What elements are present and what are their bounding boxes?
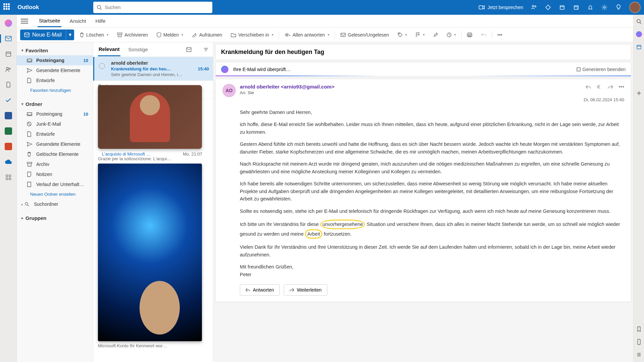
folders-header[interactable]: ▾Ordner bbox=[17, 99, 93, 109]
forward-button[interactable]: Weiterleiten bbox=[284, 284, 327, 296]
calendar-peek-icon[interactable] bbox=[636, 44, 642, 50]
meet-now-label: Jetzt besprechen bbox=[487, 5, 523, 10]
reply-all-icon[interactable] bbox=[596, 84, 602, 89]
checking-label: Ihre E-Mail wird überprüft… bbox=[233, 67, 290, 72]
rail-mail-icon[interactable] bbox=[3, 33, 14, 44]
add-favorite-link[interactable]: Favoriten hinzufügen bbox=[17, 85, 93, 95]
attachment-preview-overlay[interactable] bbox=[98, 164, 202, 341]
folder-sent-fav[interactable]: Gesendete Elemente bbox=[17, 65, 93, 75]
rail-powerpoint-icon[interactable] bbox=[3, 141, 14, 152]
svg-rect-11 bbox=[5, 36, 11, 41]
rail-more-apps-icon[interactable] bbox=[3, 172, 14, 183]
new-folder-link[interactable]: Neuen Ordner erstellen bbox=[17, 189, 93, 199]
reply-button[interactable]: Antworten bbox=[240, 284, 280, 296]
folder-inbox-fav[interactable]: Posteingang10 bbox=[17, 55, 93, 65]
rail-excel-icon[interactable] bbox=[3, 125, 14, 137]
tab-other[interactable]: Sonstige bbox=[128, 43, 149, 56]
flag-button[interactable]: ▾ bbox=[412, 30, 428, 40]
svg-rect-7 bbox=[574, 6, 578, 9]
reply-all-button[interactable]: Allen antworten▾ bbox=[281, 30, 333, 40]
svg-point-38 bbox=[637, 19, 640, 23]
gear-icon[interactable] bbox=[601, 4, 608, 11]
tab-home[interactable]: Startseite bbox=[38, 15, 61, 27]
report-button[interactable]: Melden▾ bbox=[153, 30, 186, 40]
search-box[interactable] bbox=[93, 2, 212, 13]
rail-home-icon[interactable] bbox=[3, 17, 14, 29]
print-button[interactable] bbox=[464, 31, 476, 39]
undo-button[interactable] bbox=[478, 31, 490, 39]
toolbar-separator bbox=[279, 31, 279, 39]
more-actions-icon[interactable]: ••• bbox=[619, 84, 624, 90]
search-icon[interactable] bbox=[636, 18, 642, 25]
read-unread-button[interactable]: Gelesen/Ungelesen bbox=[337, 30, 392, 40]
folder-junk[interactable]: Junk-E-Mail bbox=[17, 119, 93, 129]
folder-archive[interactable]: Archiv bbox=[17, 159, 93, 169]
rail-todo-icon[interactable] bbox=[3, 95, 14, 106]
teams-icon[interactable] bbox=[531, 4, 537, 11]
search-input[interactable] bbox=[105, 5, 209, 10]
filter-icon[interactable] bbox=[204, 48, 208, 52]
checklist-icon[interactable] bbox=[636, 351, 642, 358]
tab-focused[interactable]: Relevant bbox=[98, 43, 120, 56]
sender-name[interactable]: arnold oberleiter <arnio93@gmail.com> bbox=[240, 84, 334, 89]
folder-search[interactable]: ▸Suchordner bbox=[17, 199, 93, 209]
app-launcher-icon[interactable] bbox=[3, 3, 11, 11]
pin-button[interactable] bbox=[430, 31, 441, 39]
sent-icon bbox=[27, 68, 33, 73]
shield-icon bbox=[157, 32, 161, 38]
rail-plus-icon[interactable] bbox=[636, 90, 642, 97]
message-item-1[interactable]: arnold oberleiter Krankmeldung für den h… bbox=[93, 57, 213, 81]
phone-icon[interactable] bbox=[636, 339, 642, 345]
rail-files-icon[interactable] bbox=[3, 79, 14, 90]
account-avatar[interactable] bbox=[629, 2, 641, 13]
svg-point-23 bbox=[399, 34, 399, 34]
tag-button[interactable]: ▾ bbox=[394, 31, 410, 39]
bookmark-icon[interactable] bbox=[636, 326, 642, 333]
meet-now-button[interactable]: Jetzt besprechen bbox=[479, 5, 523, 10]
sender-avatar[interactable]: AO bbox=[222, 84, 236, 97]
svg-rect-20 bbox=[24, 33, 29, 37]
junk-icon bbox=[27, 122, 33, 126]
my-day-icon[interactable] bbox=[573, 4, 580, 11]
calendar-day-icon[interactable] bbox=[559, 4, 566, 11]
tab-help[interactable]: Hilfe bbox=[94, 15, 107, 26]
folder-inbox[interactable]: Posteingang10 bbox=[17, 109, 93, 119]
folder-notes[interactable]: Notizen bbox=[17, 169, 93, 179]
snooze-button[interactable]: ▾ bbox=[443, 31, 459, 39]
svg-point-0 bbox=[97, 5, 101, 9]
archive-button[interactable]: Archivieren bbox=[114, 30, 151, 40]
move-to-button[interactable]: Verschieben in▾ bbox=[227, 30, 277, 40]
tab-view[interactable]: Ansicht bbox=[68, 15, 87, 26]
rail-people-icon[interactable] bbox=[3, 64, 14, 75]
groups-header[interactable]: ▸Gruppen bbox=[17, 213, 93, 223]
favorites-header[interactable]: ▾Favoriten bbox=[17, 46, 93, 55]
lightbulb-icon[interactable] bbox=[615, 4, 622, 11]
new-mail-button[interactable]: Neue E-Mail ▾ bbox=[20, 29, 74, 40]
folder-history[interactable]: Verlauf der Unterhalt… bbox=[17, 179, 93, 189]
pip-video-overlay[interactable] bbox=[98, 85, 202, 149]
rail-calendar-icon[interactable] bbox=[3, 48, 14, 60]
app-brand: Outlook bbox=[17, 4, 39, 11]
folder-drafts[interactable]: Entwürfe bbox=[17, 129, 93, 139]
folder-drafts-fav[interactable]: Entwürfe bbox=[17, 75, 93, 85]
copilot-icon[interactable] bbox=[636, 31, 642, 38]
message-list: Relevant Sonstige arnold oberleiter Kran… bbox=[93, 42, 213, 362]
rail-onedrive-icon[interactable] bbox=[3, 156, 14, 168]
folder-deleted[interactable]: Gelöschte Elemente bbox=[17, 149, 93, 159]
select-all-icon[interactable] bbox=[186, 47, 192, 52]
delete-button[interactable]: Löschen▾ bbox=[76, 30, 112, 40]
folder-sent[interactable]: Gesendete Elemente bbox=[17, 139, 93, 149]
undo-icon bbox=[481, 33, 486, 37]
more-button[interactable]: ••• bbox=[494, 30, 506, 40]
new-mail-caret[interactable]: ▾ bbox=[66, 29, 74, 40]
hamburger-icon[interactable] bbox=[21, 19, 28, 23]
reply-icon[interactable] bbox=[586, 84, 591, 89]
trash-icon bbox=[79, 32, 84, 38]
stop-generating-button[interactable]: Generieren beenden bbox=[577, 67, 626, 72]
forward-icon[interactable] bbox=[608, 84, 613, 89]
sweep-button[interactable]: Aufräumen bbox=[189, 30, 225, 40]
message-checkbox[interactable] bbox=[99, 63, 105, 69]
diamond-icon[interactable] bbox=[545, 4, 551, 11]
rail-word-icon[interactable] bbox=[3, 110, 14, 121]
bell-icon[interactable] bbox=[587, 4, 594, 11]
